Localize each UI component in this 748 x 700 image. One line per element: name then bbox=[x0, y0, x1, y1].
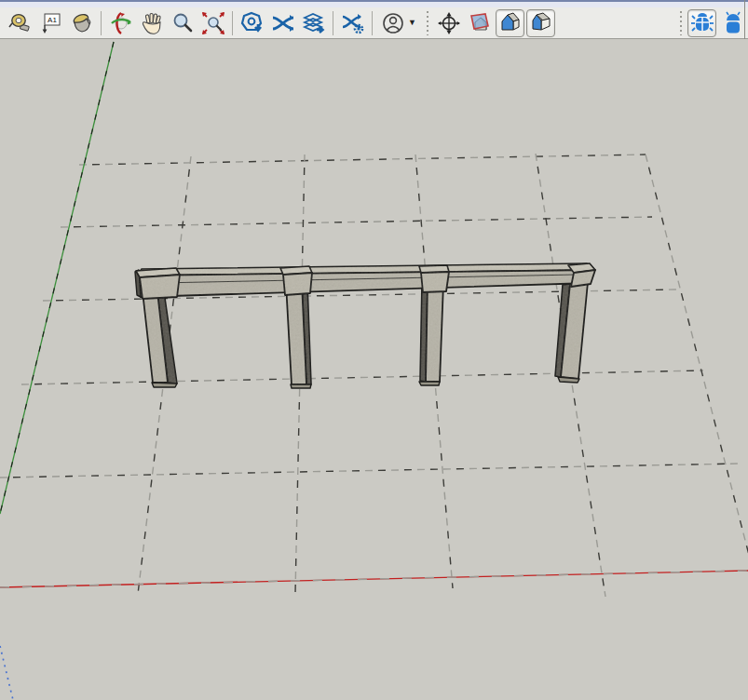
account-icon bbox=[381, 11, 405, 35]
account-menu[interactable]: ▼ bbox=[377, 9, 420, 37]
svg-text:A1: A1 bbox=[48, 16, 57, 24]
model-viewport[interactable] bbox=[0, 39, 748, 700]
front-view-toggle[interactable] bbox=[496, 9, 524, 37]
column-foot bbox=[152, 383, 177, 387]
ground-grid bbox=[0, 154, 748, 597]
section-plane-tool[interactable] bbox=[465, 9, 494, 37]
paint-bucket-icon bbox=[70, 11, 94, 35]
debug-android-tool[interactable] bbox=[718, 9, 747, 37]
layers-export-tool[interactable] bbox=[299, 9, 328, 37]
drawing-axes bbox=[0, 42, 748, 700]
swap-arrows-gear-icon bbox=[341, 11, 365, 35]
window-right-border bbox=[744, 0, 745, 39]
orbit-tool[interactable] bbox=[106, 9, 135, 37]
zoom-extents-icon bbox=[201, 11, 225, 35]
toolbar-separator bbox=[101, 11, 102, 35]
tape-measure-tool[interactable] bbox=[6, 9, 34, 37]
toolbar-drag-grip[interactable] bbox=[678, 11, 683, 35]
grid-line bbox=[646, 155, 748, 584]
toolbar-separator bbox=[372, 11, 373, 35]
swap-arrows-icon bbox=[271, 11, 295, 35]
tape-measure-icon bbox=[8, 11, 33, 35]
grid-line bbox=[61, 217, 652, 227]
house-front-icon bbox=[498, 11, 523, 35]
column-foot bbox=[291, 384, 311, 388]
grid-line bbox=[79, 155, 646, 165]
compass-icon bbox=[437, 11, 461, 35]
window-top-strip bbox=[0, 0, 748, 7]
section-plane-icon bbox=[468, 11, 492, 35]
grid-line bbox=[0, 464, 741, 478]
text-label-icon: A1 bbox=[39, 11, 63, 35]
paint-bucket-tool[interactable] bbox=[67, 9, 96, 37]
swap-arrows-tool[interactable] bbox=[268, 9, 297, 37]
beetle-icon bbox=[690, 11, 714, 35]
pan-tool[interactable] bbox=[137, 9, 166, 37]
pan-hand-icon bbox=[140, 11, 164, 35]
compass-tool[interactable] bbox=[434, 9, 463, 37]
iso-view-toggle[interactable] bbox=[526, 9, 555, 37]
debug-beetle-toggle[interactable] bbox=[687, 9, 716, 37]
extension-download-tool[interactable] bbox=[238, 9, 266, 37]
orbit-icon bbox=[109, 11, 133, 35]
sketchup-window: A1 ▼ bbox=[0, 0, 748, 700]
zoom-tool[interactable] bbox=[168, 9, 197, 37]
zoom-icon bbox=[170, 11, 195, 35]
swap-arrows-settings-tool[interactable] bbox=[338, 9, 367, 37]
toolbar-drag-grip[interactable] bbox=[425, 11, 429, 35]
layers-export-icon bbox=[302, 11, 326, 35]
toolbar-separator bbox=[232, 11, 233, 35]
house-iso-icon bbox=[529, 11, 553, 35]
caret-down-icon: ▼ bbox=[408, 19, 416, 27]
column-foot bbox=[419, 382, 440, 385]
android-bug-icon bbox=[721, 11, 745, 35]
toolbar-separator bbox=[333, 11, 333, 35]
zoom-extents-tool[interactable] bbox=[198, 9, 227, 37]
shield-download-icon bbox=[240, 11, 265, 35]
text-tool[interactable]: A1 bbox=[36, 9, 65, 37]
scene-svg[interactable] bbox=[0, 39, 748, 700]
blue-axis-dotted bbox=[0, 646, 13, 700]
grid-line bbox=[646, 155, 748, 584]
concrete-texture-overlay bbox=[130, 258, 601, 393]
main-toolbar: A1 ▼ bbox=[0, 7, 748, 39]
